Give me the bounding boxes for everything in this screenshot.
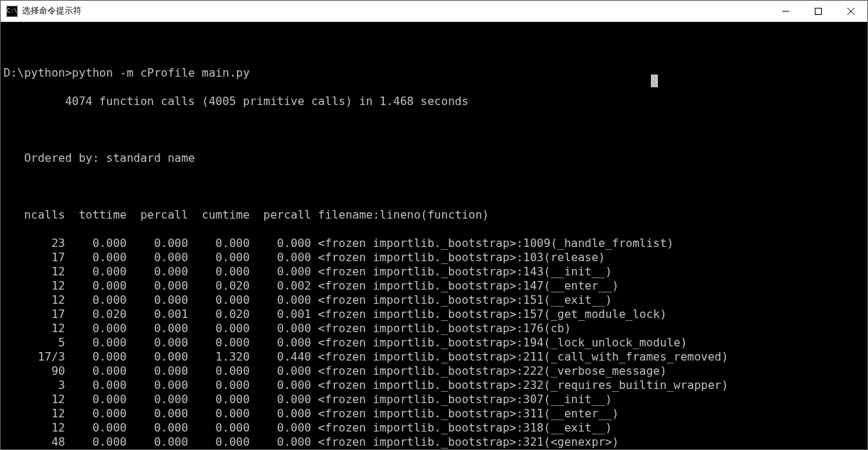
table-row: 48 0.000 0.000 0.000 0.000 <frozen impor… bbox=[4, 435, 864, 449]
titlebar[interactable]: C:\ 选择命令提示符 bbox=[1, 1, 867, 22]
table-row: 17/3 0.000 0.000 1.320 0.440 <frozen imp… bbox=[4, 350, 864, 364]
maximize-button[interactable] bbox=[802, 1, 835, 21]
cmd-window: C:\ 选择命令提示符 D:\python>python -m cProfile… bbox=[0, 0, 868, 450]
table-row: 12 0.000 0.000 0.020 0.002 <frozen impor… bbox=[4, 279, 864, 293]
prompt-path: D:\python> bbox=[4, 66, 72, 79]
blank-line-0 bbox=[4, 38, 864, 52]
text-cursor bbox=[651, 75, 658, 87]
minimize-icon bbox=[782, 8, 789, 15]
table-row: 12 0.000 0.000 0.000 0.000 <frozen impor… bbox=[4, 393, 864, 407]
profile-rows: 23 0.000 0.000 0.000 0.000 <frozen impor… bbox=[4, 236, 864, 449]
blank-line-1 bbox=[4, 123, 864, 137]
table-row: 17 0.020 0.001 0.020 0.001 <frozen impor… bbox=[4, 307, 864, 322]
table-row: 12 0.000 0.000 0.000 0.000 <frozen impor… bbox=[4, 421, 864, 435]
command-line: D:\python>python -m cProfile main.py bbox=[4, 66, 864, 80]
table-row: 12 0.000 0.000 0.000 0.000 <frozen impor… bbox=[4, 322, 864, 336]
summary-line: 4074 function calls (4005 primitive call… bbox=[4, 94, 864, 109]
table-row: 12 0.000 0.000 0.000 0.000 <frozen impor… bbox=[4, 265, 864, 279]
table-row: 3 0.000 0.000 0.000 0.000 <frozen import… bbox=[4, 378, 864, 393]
command-text: python -m cProfile main.py bbox=[72, 66, 249, 79]
window-controls bbox=[769, 1, 867, 21]
maximize-icon bbox=[815, 8, 822, 15]
minimize-button[interactable] bbox=[769, 1, 802, 21]
window-title: 选择命令提示符 bbox=[22, 5, 769, 17]
svg-rect-1 bbox=[815, 8, 822, 14]
table-row: 90 0.000 0.000 0.000 0.000 <frozen impor… bbox=[4, 364, 864, 378]
close-icon bbox=[847, 8, 855, 15]
table-header: ncalls tottime percall cumtime percall f… bbox=[4, 208, 864, 222]
table-row: 17 0.000 0.000 0.000 0.000 <frozen impor… bbox=[4, 251, 864, 265]
table-row: 23 0.000 0.000 0.000 0.000 <frozen impor… bbox=[4, 236, 864, 251]
app-icon: C:\ bbox=[6, 6, 18, 17]
terminal-area[interactable]: D:\python>python -m cProfile main.py 407… bbox=[1, 22, 867, 449]
table-row: 5 0.000 0.000 0.000 0.000 <frozen import… bbox=[4, 336, 864, 350]
table-row: 12 0.000 0.000 0.000 0.000 <frozen impor… bbox=[4, 407, 864, 421]
table-row: 12 0.000 0.000 0.000 0.000 <frozen impor… bbox=[4, 293, 864, 307]
ordered-by-line: Ordered by: standard name bbox=[4, 151, 864, 165]
close-button[interactable] bbox=[835, 1, 867, 21]
blank-line-2 bbox=[4, 180, 864, 194]
